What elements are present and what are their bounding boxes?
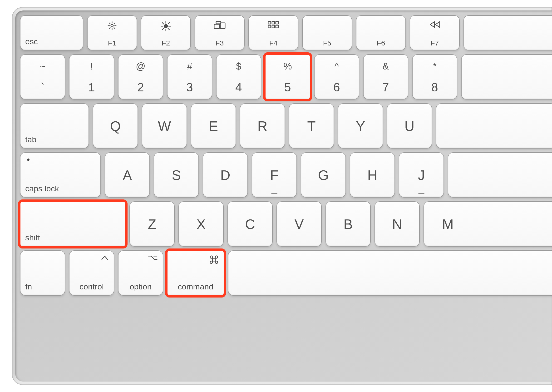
key-upper: !: [69, 61, 114, 72]
keyboard-frame-outer: esc F1 F2 F3: [12, 7, 552, 385]
key-lower: 7: [364, 80, 408, 94]
key-k-partial[interactable]: [448, 153, 552, 197]
key-lower: 2: [118, 80, 163, 94]
key-label: C: [228, 202, 272, 246]
key-label: shift: [25, 233, 40, 242]
key-backtick[interactable]: ~ `: [21, 55, 65, 99]
key-label: V: [277, 202, 321, 246]
key-tab[interactable]: tab: [21, 104, 89, 148]
key-f3[interactable]: F3: [195, 16, 244, 50]
svg-point-9: [164, 25, 167, 28]
key-8[interactable]: * 8: [413, 55, 457, 99]
svg-line-15: [168, 28, 169, 30]
key-label: F5: [303, 39, 352, 47]
brightness-down-icon: [88, 21, 137, 30]
svg-line-17: [162, 28, 164, 30]
key-label: F: [252, 153, 297, 197]
key-lower: `: [21, 80, 65, 94]
key-z[interactable]: Z: [130, 202, 174, 246]
key-upper: *: [413, 61, 457, 72]
key-v[interactable]: V: [277, 202, 321, 246]
key-label: F1: [88, 39, 137, 47]
key-a[interactable]: A: [105, 153, 149, 197]
key-h[interactable]: H: [350, 153, 394, 197]
key-m[interactable]: M: [424, 202, 552, 246]
key-esc[interactable]: esc: [21, 16, 83, 50]
key-label: S: [154, 153, 198, 197]
svg-rect-24: [268, 25, 271, 28]
svg-rect-21: [268, 21, 271, 24]
key-label: caps lock: [25, 184, 59, 193]
key-spacebar[interactable]: [228, 251, 552, 295]
command-symbol-icon: [209, 255, 218, 265]
control-symbol-icon: [101, 255, 109, 261]
key-n[interactable]: N: [375, 202, 419, 246]
key-q[interactable]: Q: [93, 104, 138, 148]
key-label: A: [105, 153, 149, 197]
key-control[interactable]: control: [69, 251, 114, 295]
key-f1[interactable]: F1: [88, 16, 137, 50]
key-shift[interactable]: shift: [21, 202, 125, 246]
key-label: D: [203, 153, 248, 197]
key-3[interactable]: # 3: [167, 55, 212, 99]
key-f8-partial[interactable]: [464, 16, 552, 50]
home-row-bump-icon: [271, 193, 277, 194]
key-1[interactable]: ! 1: [69, 55, 114, 99]
key-label: F2: [141, 39, 190, 47]
key-f6[interactable]: F6: [356, 16, 405, 50]
key-g[interactable]: G: [301, 153, 345, 197]
key-u[interactable]: U: [387, 104, 432, 148]
key-f4[interactable]: F4: [249, 16, 298, 50]
key-4[interactable]: $ 4: [216, 55, 261, 99]
svg-line-8: [109, 28, 110, 28]
key-caps-lock[interactable]: caps lock: [21, 153, 100, 197]
key-y[interactable]: Y: [338, 104, 383, 148]
key-lower: 1: [69, 80, 114, 94]
key-label: M: [424, 202, 552, 246]
key-command[interactable]: command: [167, 251, 224, 295]
key-c[interactable]: C: [228, 202, 272, 246]
key-f2[interactable]: F2: [141, 16, 190, 50]
key-label: U: [387, 104, 432, 148]
key-2[interactable]: @ 2: [118, 55, 163, 99]
key-i-partial[interactable]: [436, 104, 552, 148]
key-label: tab: [25, 135, 36, 144]
key-label: H: [350, 153, 394, 197]
key-t[interactable]: T: [289, 104, 334, 148]
option-symbol-icon: [148, 255, 158, 261]
key-label: B: [326, 202, 370, 246]
key-f[interactable]: F: [252, 153, 297, 197]
key-fn[interactable]: fn: [21, 251, 65, 295]
key-f5[interactable]: F5: [303, 16, 352, 50]
svg-rect-25: [272, 25, 275, 28]
key-7[interactable]: & 7: [364, 55, 408, 99]
key-f7[interactable]: F7: [410, 16, 459, 50]
key-9-partial[interactable]: [462, 55, 552, 99]
key-lower: 4: [216, 80, 261, 94]
key-option[interactable]: option: [118, 251, 163, 295]
key-j[interactable]: J: [399, 153, 443, 197]
svg-rect-22: [272, 21, 275, 24]
key-r[interactable]: R: [240, 104, 285, 148]
key-w[interactable]: W: [142, 104, 186, 148]
key-d[interactable]: D: [203, 153, 248, 197]
key-label: F6: [356, 39, 405, 47]
key-e[interactable]: E: [191, 104, 235, 148]
mission-control-icon: [195, 21, 244, 29]
key-5[interactable]: % 5: [266, 55, 310, 99]
key-lower: 3: [167, 80, 212, 94]
svg-line-7: [114, 23, 115, 24]
key-label: G: [301, 153, 345, 197]
key-s[interactable]: S: [154, 153, 198, 197]
key-x[interactable]: X: [179, 202, 223, 246]
key-label: control: [69, 282, 114, 291]
key-6[interactable]: ^ 6: [315, 55, 359, 99]
key-label: F4: [249, 39, 298, 47]
key-b[interactable]: B: [326, 202, 370, 246]
keyboard-frame-inner: esc F1 F2 F3: [15, 10, 552, 382]
key-upper: %: [266, 61, 310, 72]
key-label: esc: [25, 37, 38, 46]
key-lower: 5: [266, 80, 310, 94]
key-upper: ~: [21, 61, 65, 72]
key-label: J: [399, 153, 443, 197]
